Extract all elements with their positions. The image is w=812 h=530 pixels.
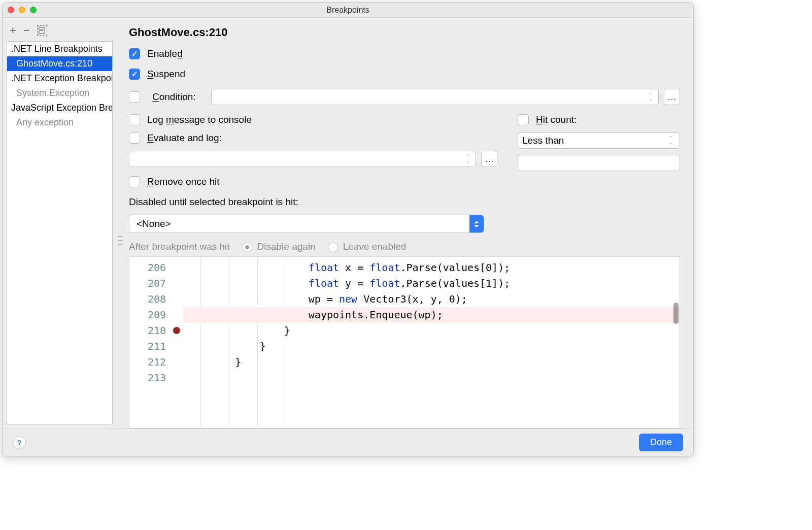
done-button[interactable]: Done xyxy=(639,434,683,451)
stepper-icon[interactable]: ⌃⌄ xyxy=(645,92,656,102)
traffic-lights xyxy=(8,7,37,13)
two-col: Log message to console Evaluate and log:… xyxy=(129,114,680,176)
hitcount-mode-value: Less than xyxy=(522,135,564,146)
after-hit-row: After breakpoint was hit Disable again L… xyxy=(129,241,680,252)
log-checkbox[interactable] xyxy=(129,114,140,125)
suspend-label: Suspend xyxy=(147,69,185,80)
condition-row: Condition: ⌃⌄ … xyxy=(129,89,680,105)
breakpoint-gutter[interactable] xyxy=(170,257,183,428)
disabled-until-value: <None> xyxy=(137,218,171,229)
svg-rect-2 xyxy=(40,30,43,31)
minimize-icon[interactable] xyxy=(19,7,25,13)
stepper-icon[interactable]: ⌃⌄ xyxy=(462,154,473,163)
after-hit-lead: After breakpoint was hit xyxy=(129,241,230,252)
add-breakpoint-icon[interactable]: + xyxy=(10,25,16,36)
chevron-updown-icon: ⌃⌄ xyxy=(665,136,676,145)
line-gutter: 206207208209210211212213 xyxy=(129,257,170,428)
breakpoint-list-item[interactable]: JavaScript Exception Breakpoints xyxy=(7,101,112,115)
radio-icon xyxy=(328,242,338,252)
condition-expand-button[interactable]: … xyxy=(664,89,680,105)
group-by-icon[interactable] xyxy=(37,25,47,36)
zoom-icon[interactable] xyxy=(30,7,37,13)
leave-enabled-option[interactable]: Leave enabled xyxy=(328,241,407,252)
evaluate-input-row: ⌃⌄ … xyxy=(129,151,497,167)
radio-icon xyxy=(242,242,252,252)
condition-input[interactable]: ⌃⌄ xyxy=(211,89,659,105)
disabled-until-select[interactable]: <None> xyxy=(129,215,484,233)
svg-rect-1 xyxy=(40,29,43,29)
disable-again-option[interactable]: Disable again xyxy=(242,241,316,252)
hitcount-mode-select[interactable]: Less than ⌃⌄ xyxy=(518,132,680,149)
log-row: Log message to console xyxy=(129,114,497,125)
remove-checkbox[interactable] xyxy=(129,176,140,187)
enabled-label: Enabled xyxy=(147,48,183,59)
window-title: Breakpoints xyxy=(3,6,693,15)
content: + − .NET Line BreakpointsGhostMove.cs:21… xyxy=(3,18,693,456)
gripper-icon[interactable] xyxy=(118,236,123,245)
breakpoint-list[interactable]: .NET Line BreakpointsGhostMove.cs:210.NE… xyxy=(7,41,113,424)
evaluate-checkbox[interactable] xyxy=(129,132,140,144)
breakpoint-list-item[interactable]: .NET Line Breakpoints xyxy=(7,42,112,56)
enabled-checkbox[interactable] xyxy=(129,48,140,59)
remove-row: Remove once hit xyxy=(129,176,680,187)
sidebar: + − .NET Line BreakpointsGhostMove.cs:21… xyxy=(3,18,117,428)
hitcount-label: Hit count: xyxy=(536,114,577,125)
code-preview[interactable]: 206207208209210211212213 float x = float… xyxy=(129,256,680,428)
scrollbar[interactable] xyxy=(673,303,679,324)
evaluate-label: Evaluate and log: xyxy=(147,132,222,144)
hitcount-row: Hit count: xyxy=(518,114,680,125)
hitcount-value-input[interactable] xyxy=(518,155,680,171)
breakpoints-window: Breakpoints + − .NET Line BreakpointsGho… xyxy=(2,2,694,456)
evaluate-input[interactable]: ⌃⌄ xyxy=(129,151,476,167)
code-lines: float x = float.Parse(values[0]); float … xyxy=(183,257,680,428)
hitcount-checkbox[interactable] xyxy=(518,114,529,125)
titlebar: Breakpoints xyxy=(3,3,693,18)
main-row: + − .NET Line BreakpointsGhostMove.cs:21… xyxy=(3,18,693,428)
details-pane: GhostMove.cs:210 Enabled Suspend Conditi… xyxy=(117,18,693,428)
evaluate-expand-button[interactable]: … xyxy=(481,151,497,167)
breakpoint-heading: GhostMove.cs:210 xyxy=(129,26,680,39)
evaluate-row: Evaluate and log: xyxy=(129,132,497,144)
breakpoint-dot-icon[interactable] xyxy=(173,327,180,334)
breakpoint-list-item[interactable]: Any exception xyxy=(7,115,112,130)
condition-label: Condition: xyxy=(152,91,196,103)
footer: ? Done xyxy=(3,428,693,456)
log-label: Log message to console xyxy=(147,114,252,125)
remove-label: Remove once hit xyxy=(147,176,220,187)
suspend-checkbox[interactable] xyxy=(129,69,140,80)
breakpoint-list-item[interactable]: GhostMove.cs:210 xyxy=(7,56,112,71)
suspend-row: Suspend xyxy=(129,69,680,80)
disabled-until-label: Disabled until selected breakpoint is hi… xyxy=(129,196,680,208)
sidebar-toolbar: + − xyxy=(7,23,113,41)
chevron-updown-icon xyxy=(469,215,484,233)
breakpoint-list-item[interactable]: System.Exception xyxy=(7,86,112,101)
help-button[interactable]: ? xyxy=(13,436,26,449)
enabled-row: Enabled xyxy=(129,48,680,59)
remove-breakpoint-icon[interactable]: − xyxy=(23,25,30,36)
condition-checkbox[interactable] xyxy=(129,91,140,103)
breakpoint-list-item[interactable]: .NET Exception Breakpoints xyxy=(7,71,112,86)
close-icon[interactable] xyxy=(8,7,14,13)
